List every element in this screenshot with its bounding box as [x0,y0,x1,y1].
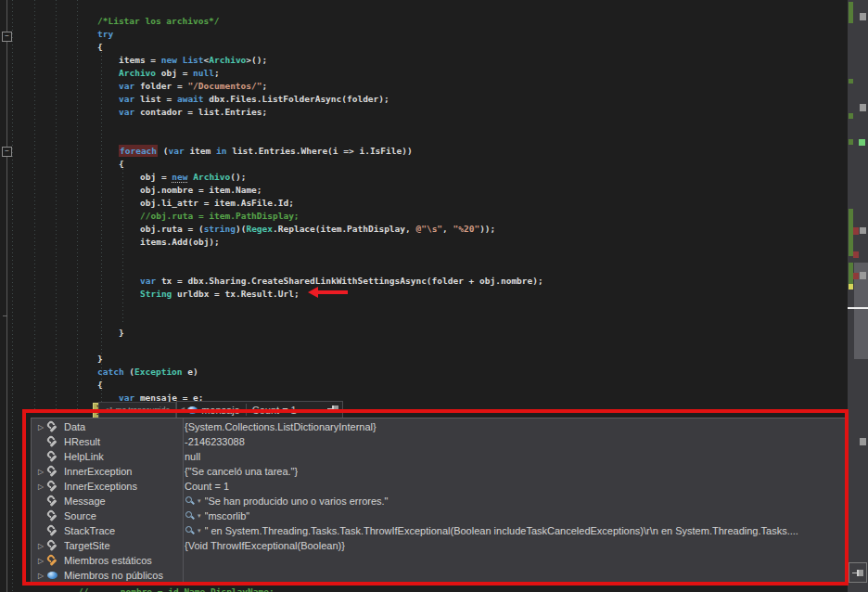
property-wrench-icon [47,466,60,477]
code-line[interactable]: { [97,41,103,54]
fold-collapse-icon[interactable]: − [2,147,12,157]
code-line[interactable]: } [119,327,124,340]
magnifier-dropdown-icon[interactable]: ▾ [198,497,201,505]
code-token: Regex [246,224,273,234]
member-name: Data [64,421,177,432]
code-token: obj.ruta = ( [140,224,204,234]
indent-guide [122,169,123,325]
datatip-row[interactable]: Source▾"mscorlib" [32,508,852,523]
code-token: obj.nombre = item.Name; [140,185,262,195]
code-token: urldbx = tx.Result.Url; [172,289,299,299]
code-token: )); [479,224,495,234]
code-line[interactable]: //obj.ruta = item.PathDisplay; [140,210,300,223]
datatip-panel[interactable]: ▷Data{System.Collections.ListDictionaryI… [31,418,853,585]
code-line[interactable]: catch (Exception e) [97,366,198,379]
code-line[interactable]: obj = new Archivo(); [140,171,246,184]
code-token: //obj.ruta = item.PathDisplay; [140,211,300,221]
code-token: string [204,224,236,234]
datatip-row[interactable]: ▷InnerException{"Se canceló una tarea."} [32,464,852,479]
property-wrench-icon [47,421,60,432]
expander-icon[interactable]: ▷ [36,542,45,550]
datatip-row[interactable]: ▷TargetSite{Void ThrowIfExceptional(Bool… [32,538,852,553]
code-token: (); [230,172,246,182]
code-token: // nombre = id Name DisplayName; [78,586,274,592]
indent-guide [6,415,7,592]
arrow-shaft [316,290,348,294]
code-line[interactable]: var folder = "/Documentos/"; [119,80,267,93]
code-token: tx = dbx.Sharing.CreateSharedLinkWithSet… [156,276,543,286]
code-line[interactable]: items.Add(obj); [140,236,220,249]
marker-mark [860,104,866,111]
expander-icon[interactable]: ▷ [36,423,45,431]
expander-icon[interactable]: ▷ [36,483,45,491]
member-name: Miembros no públicos [64,570,177,581]
code-token: Archivo [119,68,156,78]
code-token: ( [124,367,134,377]
datatip-variable-value[interactable]: Count = 1 [252,405,297,416]
member-value: -2146233088 [185,436,245,447]
member-value: {Void ThrowIfExceptional(Boolean)} [185,540,345,551]
datatip-row[interactable]: ▷Miembros estáticos [32,553,852,568]
datatip-header[interactable]: ◀ mensaje Count = 1 [176,401,343,418]
code-token: list.Entries.Where(i => i.IsFile)) [226,146,412,156]
expander-icon[interactable]: ▷ [36,468,45,476]
code-line[interactable]: obj.nombre = item.Name; [140,184,262,197]
code-line[interactable]: // nombre = id Name DisplayName; [78,586,274,592]
collapse-left-icon[interactable]: ◀ [179,405,185,414]
arrow-head [308,287,318,298]
code-token: var [119,94,134,104]
datatip-row[interactable]: ▷Data{System.Collections.ListDictionaryI… [32,419,852,434]
member-value: "Se han producido uno o varios errores." [205,495,389,507]
datatip-row[interactable]: HelpLinknull [32,449,852,464]
pin-slot[interactable] [327,404,339,416]
magnifier-icon[interactable] [185,495,196,507]
code-line[interactable]: obj.li_attr = item.AsFile.Id; [140,197,294,210]
pin-icon[interactable] [327,404,339,414]
code-line[interactable]: foreach (var item in list.Entries.Where(… [119,145,413,158]
magnifier-icon[interactable] [185,525,196,536]
datatip-row[interactable]: HResult-2146233088 [32,434,852,449]
code-token: "%20" [453,224,480,234]
code-line[interactable]: items = new List<Archivo>(); [119,54,267,67]
code-token: obj.li_attr = item.AsFile.Id; [140,198,294,208]
code-line[interactable]: var list = await dbx.Files.ListFolderAsy… [119,93,389,106]
code-token: null [193,68,214,78]
vertical-scrollbar[interactable] [848,0,868,592]
code-token: new [172,172,187,182]
datatip-pin-button[interactable] [849,562,867,583]
code-line[interactable]: } [97,353,103,366]
member-name: HResult [64,436,177,447]
code-token: Archivo [193,172,230,182]
error-mark [853,273,859,279]
magnifier-dropdown-icon[interactable]: ▾ [198,527,201,534]
datatip-row[interactable]: ▷InnerExceptionsCount = 1 [32,479,852,494]
code-line[interactable]: try [97,28,113,41]
code-line[interactable]: obj.ruta = (string)(Regex.Replace(item.P… [140,223,495,236]
property-wrench-icon [47,481,60,492]
code-line[interactable]: /*Listar los archivos*/ [97,15,220,28]
member-name: HelpLink [64,451,177,462]
code-token: Exception [134,367,182,377]
expander-icon[interactable]: ▷ [36,557,45,565]
code-token: List [183,55,204,65]
error-mark [853,251,859,258]
member-value: "mscorlib" [205,510,250,521]
annotation-arrow-icon [308,287,349,298]
datatip-row[interactable]: StackTrace▾" en System.Threading.Tasks.T… [32,523,852,538]
perf-tip[interactable]: ≤1 ms transcurrido [98,402,176,418]
expander-icon[interactable]: ▷ [36,572,45,580]
code-line[interactable]: String urldbx = tx.Result.Url; [140,288,300,301]
magnifier-icon[interactable] [185,510,196,521]
fold-collapse-icon[interactable]: − [2,32,12,42]
code-line[interactable]: { [97,379,103,392]
datatip-variable-name[interactable]: mensaje [201,405,240,416]
magnifier-dropdown-icon[interactable]: ▾ [198,512,201,520]
code-line[interactable]: Archivo obj = null; [119,67,220,80]
code-line[interactable]: { [119,158,124,171]
property-wrench-icon [47,525,60,536]
datatip-row[interactable]: ▷Miembros no públicos [32,568,852,583]
datatip-row[interactable]: Message▾"Se han producido uno o varios e… [32,494,852,508]
code-line[interactable]: var tx = dbx.Sharing.CreateSharedLinkWit… [140,275,543,288]
code-line[interactable]: var contador = list.Entries; [119,106,267,119]
indent-guide [101,52,102,403]
